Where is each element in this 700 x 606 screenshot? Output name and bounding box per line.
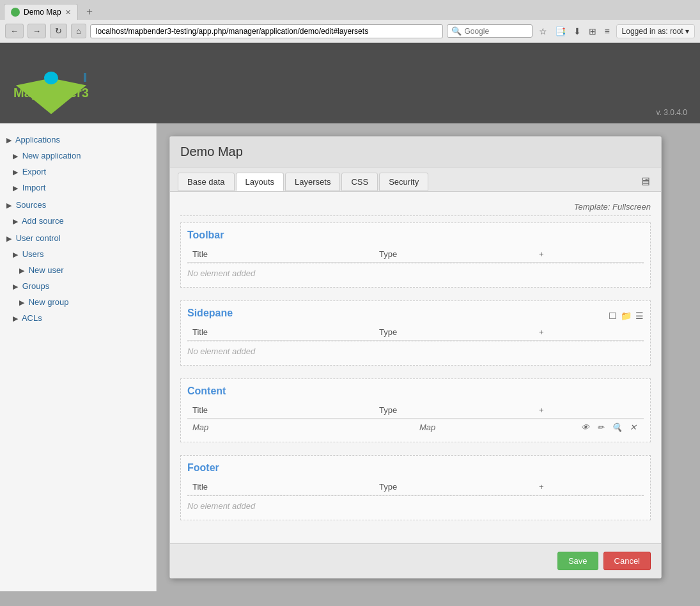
tab-layersets[interactable]: Layersets	[285, 173, 340, 191]
sidebar: ▶ Applications ▶ New application ▶ Expor…	[0, 123, 157, 591]
search-input[interactable]	[464, 27, 528, 36]
content-row-map-title: Map	[192, 423, 419, 432]
star-icon[interactable]: ☆	[536, 25, 550, 38]
monitor-icon[interactable]: 🖥	[637, 173, 653, 191]
content-section-title: Content	[187, 385, 644, 397]
sidebar-item-sources[interactable]: Sources	[16, 200, 47, 210]
menu-icon[interactable]: ≡	[602, 25, 612, 38]
dialog-title: Demo Map	[180, 144, 243, 159]
sidepane-title-col: Title	[187, 324, 374, 341]
tab-css[interactable]: CSS	[341, 173, 378, 191]
sidebar-item-add-source: ▶ Add source	[0, 214, 156, 228]
footer-add-btn[interactable]: +	[534, 479, 644, 495]
sidepane-type-col: Type	[374, 324, 534, 341]
sidebar-item-acls: ▶ ACLs	[0, 311, 156, 325]
address-input[interactable]	[90, 24, 444, 38]
sidepane-no-element: No element added	[187, 341, 644, 359]
sidebar-item-groups: ▶ Groups	[0, 279, 156, 293]
dialog-header: Demo Map	[170, 137, 661, 167]
reload-button[interactable]: ↻	[50, 24, 67, 38]
extensions-icon[interactable]: ⊞	[586, 25, 599, 38]
footer-table: Title Type +	[187, 479, 644, 495]
content-table: Title Type +	[187, 402, 644, 419]
sidebar-link-new-application[interactable]: New application	[22, 151, 81, 160]
sidepane-add-btn[interactable]: +	[534, 324, 644, 341]
logo-pin-stem	[84, 73, 86, 81]
footer-section-title: Footer	[187, 462, 644, 474]
dialog-body: Template: Fullscreen Toolbar Title Type …	[170, 192, 661, 543]
sidebar-link-new-user[interactable]: New user	[29, 265, 64, 275]
sidebar-link-add-source[interactable]: Add source	[22, 216, 64, 226]
tab-favicon	[11, 8, 20, 17]
section-sidepane: Sidepane ☐ 📁 ☰ Title	[180, 300, 651, 366]
tab-base-data[interactable]: Base data	[178, 173, 235, 191]
bookmark-icon[interactable]: 📑	[552, 25, 568, 38]
sidebar-section-sources: ▶ Sources	[0, 198, 156, 212]
search-icon: 🔍	[451, 26, 462, 36]
toolbar-add-btn[interactable]: +	[534, 246, 644, 263]
content-wrapper: Demo Map Base data Layouts Layersets CSS…	[157, 123, 700, 591]
section-toolbar: Toolbar Title Type + No	[180, 222, 651, 288]
footer-title-col: Title	[187, 479, 374, 495]
logo-area: Mapbender3	[13, 66, 89, 100]
forward-button[interactable]: →	[27, 24, 46, 38]
save-button[interactable]: Save	[557, 552, 598, 570]
sidebar-item-new-group: ▶ New group	[0, 295, 156, 309]
dialog: Demo Map Base data Layouts Layersets CSS…	[169, 136, 662, 579]
sidebar-link-users[interactable]: Users	[22, 249, 44, 259]
sidepane-table: Title Type +	[187, 324, 644, 341]
sidepane-folder-icon[interactable]: 📁	[621, 311, 632, 321]
download-icon[interactable]: ⬇	[571, 25, 584, 38]
row-zoom-icon[interactable]: 🔍	[610, 422, 624, 433]
dialog-tabs: Base data Layouts Layersets CSS Security…	[170, 167, 661, 192]
section-content: Content Title Type +	[180, 378, 651, 442]
dialog-container: Demo Map Base data Layouts Layersets CSS…	[157, 123, 700, 591]
tab-close-btn[interactable]: ✕	[65, 8, 71, 17]
content-type-col: Type	[374, 402, 534, 419]
sidebar-item-applications[interactable]: Applications	[15, 135, 60, 144]
section-footer: Footer Title Type + No e	[180, 455, 651, 520]
browser-tab-active[interactable]: Demo Map ✕	[4, 4, 78, 20]
sidebar-link-import[interactable]: Import	[22, 183, 46, 192]
tab-security[interactable]: Security	[379, 173, 428, 191]
sidebar-link-export[interactable]: Export	[22, 167, 47, 176]
tab-layouts[interactable]: Layouts	[236, 173, 284, 191]
footer-no-element: No element added	[187, 495, 644, 513]
toolbar-type-col: Type	[374, 246, 534, 263]
row-edit-icon[interactable]: ✏	[595, 422, 606, 433]
content-title-col: Title	[187, 402, 374, 419]
page-header: Mapbender3 v. 3.0.4.0	[0, 43, 700, 123]
footer-type-col: Type	[374, 479, 534, 495]
version-text: v. 3.0.4.0	[657, 108, 687, 117]
tab-label: Demo Map	[24, 8, 61, 17]
toolbar-section-title: Toolbar	[187, 229, 644, 241]
sidebar-link-acls[interactable]: ACLs	[22, 313, 42, 323]
content-row-actions: 👁 ✏ 🔍 ✕	[579, 422, 639, 433]
toolbar-no-element: No element added	[187, 263, 644, 281]
content-add-btn[interactable]: +	[534, 402, 644, 419]
cancel-button[interactable]: Cancel	[603, 552, 651, 570]
sidebar-link-groups[interactable]: Groups	[22, 281, 50, 291]
home-button[interactable]: ⌂	[71, 24, 86, 38]
row-view-icon[interactable]: 👁	[579, 422, 591, 433]
sidepane-checkbox-icon[interactable]: ☐	[609, 311, 617, 321]
dialog-footer: Save Cancel	[170, 543, 661, 578]
back-button[interactable]: ←	[5, 24, 24, 38]
logo-image	[13, 66, 89, 124]
sidebar-link-new-group[interactable]: New group	[29, 297, 69, 307]
sidepane-section-title: Sidepane	[187, 307, 233, 319]
content-row-map: Map Map 👁 ✏ 🔍 ✕	[187, 419, 644, 435]
new-tab-button[interactable]: ＋	[81, 4, 98, 20]
sidepane-list-icon[interactable]: ☰	[635, 311, 644, 321]
sidebar-item-new-application: ▶ New application	[0, 149, 156, 162]
template-label: Template: Fullscreen	[180, 202, 651, 216]
sidebar-item-export: ▶ Export	[0, 165, 156, 178]
toolbar-table: Title Type +	[187, 246, 644, 263]
content-row-map-type: Map	[419, 423, 579, 432]
sidepane-icons: ☐ 📁 ☰	[609, 311, 644, 321]
sidebar-section-applications: ▶ Applications	[0, 133, 156, 146]
sidebar-item-users: ▶ Users	[0, 247, 156, 261]
sidebar-item-user-control[interactable]: User control	[16, 233, 61, 243]
login-badge[interactable]: Logged in as: root ▾	[616, 24, 695, 38]
row-delete-icon[interactable]: ✕	[628, 422, 639, 433]
